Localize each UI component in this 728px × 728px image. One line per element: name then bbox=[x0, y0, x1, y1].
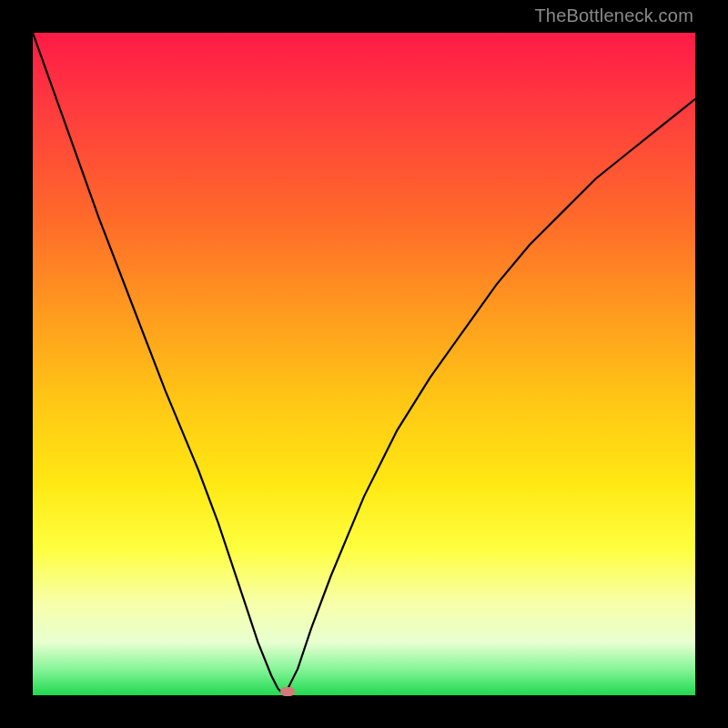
plot-area bbox=[33, 33, 695, 695]
chart-frame: TheBottleneck.com bbox=[0, 0, 728, 728]
bottleneck-curve bbox=[33, 33, 695, 695]
optimum-marker bbox=[280, 687, 295, 696]
watermark-text: TheBottleneck.com bbox=[534, 5, 693, 26]
